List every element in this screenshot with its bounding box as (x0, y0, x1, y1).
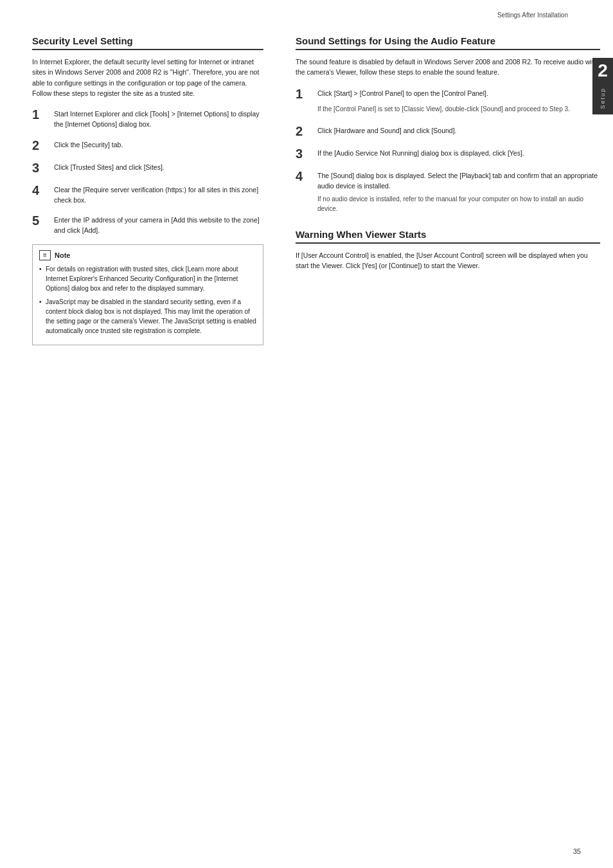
sound-step-4: 4 The [Sound] dialog box is displayed. S… (296, 169, 600, 214)
security-step-5: 5 Enter the IP address of your camera in… (32, 213, 263, 236)
step-3-text: Click [Trusted Sites] and click [Sites]. (54, 161, 164, 172)
page-header: Settings After Installation (0, 0, 613, 23)
warning-section: Warning When Viewer Starts If [User Acco… (296, 229, 600, 271)
security-section-title: Security Level Setting (32, 35, 263, 50)
right-column: Sound Settings for Using the Audio Featu… (276, 29, 613, 358)
step-5-number: 5 (32, 213, 50, 228)
sound-step-1-row: 1 Click [Start] > [Control Panel] to ope… (296, 87, 600, 101)
sound-step-3-number: 3 (296, 147, 314, 161)
note-header: Note (39, 250, 256, 260)
step-2-text: Click the [Security] tab. (54, 138, 123, 150)
sound-step-4-text: The [Sound] dialog box is displayed. Sel… (317, 169, 600, 192)
tab-label: Setup (600, 82, 606, 114)
sound-step-3-text: If the [Audio Service Not Running] dialo… (317, 147, 524, 158)
step-2-number: 2 (32, 138, 50, 152)
tab-number: 2 (598, 58, 608, 82)
header-text: Settings After Installation (497, 12, 568, 19)
warning-section-text: If [User Account Control] is enabled, th… (296, 250, 600, 271)
left-column: Security Level Setting In Internet Explo… (0, 29, 276, 358)
note-item-1: For details on registration with trusted… (39, 264, 256, 293)
page-tab: 2 Setup (592, 58, 613, 114)
sound-step-2: 2 Click [Hardware and Sound] and click [… (296, 124, 600, 138)
step-5-text: Enter the IP address of your camera in [… (54, 213, 263, 236)
content-area: Security Level Setting In Internet Explo… (0, 23, 613, 358)
note-box: Note For details on registration with tr… (32, 244, 263, 345)
note-title: Note (55, 251, 70, 259)
note-icon (39, 250, 51, 260)
sound-step-4-number: 4 (296, 169, 314, 183)
page-number: 35 (573, 847, 581, 855)
page-footer: 35 (573, 847, 581, 855)
security-step-3: 3 Click [Trusted Sites] and click [Sites… (32, 161, 263, 175)
sound-step-4-sub: If no audio device is installed, refer t… (296, 194, 600, 213)
sound-step-1-text: Click [Start] > [Control Panel] to open … (317, 87, 488, 98)
sound-step-1-sub: If the [Control Panel] is set to [Classi… (296, 104, 600, 114)
note-list: For details on registration with trusted… (39, 264, 256, 336)
security-step-4: 4 Clear the [Require server verification… (32, 183, 263, 206)
note-item-2: JavaScript may be disabled in the standa… (39, 297, 256, 336)
sound-intro: The sound feature is disabled by default… (296, 57, 600, 78)
step-3-number: 3 (32, 161, 50, 175)
sound-step-3: 3 If the [Audio Service Not Running] dia… (296, 147, 600, 161)
sound-step-1: 1 Click [Start] > [Control Panel] to ope… (296, 87, 600, 114)
sound-step-2-number: 2 (296, 124, 314, 138)
sound-step-1-number: 1 (296, 87, 314, 101)
step-1-text: Start Internet Explorer and click [Tools… (54, 107, 263, 130)
sound-step-2-text: Click [Hardware and Sound] and click [So… (317, 124, 457, 136)
security-step-2: 2 Click the [Security] tab. (32, 138, 263, 152)
step-1-number: 1 (32, 107, 50, 122)
sound-section-title: Sound Settings for Using the Audio Featu… (296, 35, 600, 50)
sound-section: Sound Settings for Using the Audio Featu… (296, 35, 600, 213)
sound-step-4-row: 4 The [Sound] dialog box is displayed. S… (296, 169, 600, 192)
step-4-number: 4 (32, 183, 50, 197)
security-intro: In Internet Explorer, the default securi… (32, 57, 263, 98)
step-4-text: Clear the [Require server verification (… (54, 183, 263, 206)
security-step-1: 1 Start Internet Explorer and click [Too… (32, 107, 263, 130)
warning-section-title: Warning When Viewer Starts (296, 229, 600, 244)
